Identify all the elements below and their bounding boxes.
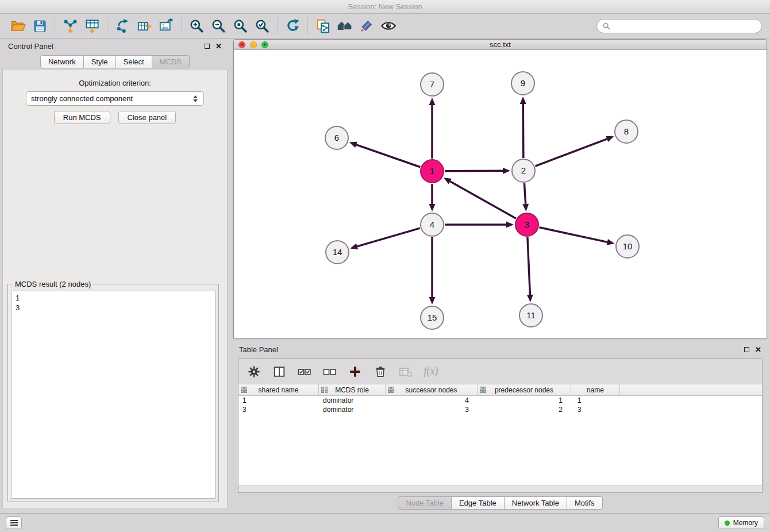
graph-node-6[interactable]: 6: [325, 126, 348, 149]
tab-motifs[interactable]: Motifs: [567, 496, 603, 510]
graph-node-11[interactable]: 11: [519, 304, 542, 327]
column-header-mcds-role[interactable]: MCDS role: [319, 384, 386, 395]
close-panel-icon[interactable]: ✕: [215, 43, 222, 50]
export-image-button[interactable]: [155, 16, 177, 36]
zoom-in-button[interactable]: [186, 16, 207, 36]
table-row[interactable]: 3 dominator 3 2 3: [238, 405, 762, 414]
fx-icon: f(x): [424, 365, 438, 377]
tab-node-table[interactable]: Node Table: [398, 496, 452, 510]
column-header-predecessor-nodes[interactable]: predecessor nodes: [478, 384, 571, 395]
control-panel-header: Control Panel ✕: [2, 39, 228, 53]
network-canvas[interactable]: 7968124314101511: [234, 50, 767, 338]
graph-node-label: 15: [428, 313, 437, 322]
open-session-button[interactable]: [7, 16, 29, 36]
function-builder-button[interactable]: f(x): [424, 364, 438, 379]
graph-edge-2-9[interactable]: [523, 104, 523, 158]
save-session-button[interactable]: [29, 16, 51, 36]
export-network-button[interactable]: [111, 16, 133, 36]
show-graphics-details-button[interactable]: [378, 16, 399, 36]
table-panel-title: Table Panel: [233, 345, 278, 354]
table-horizontal-scrollbar[interactable]: [238, 485, 762, 492]
export-table-button[interactable]: [133, 16, 155, 36]
graph-node-4[interactable]: 4: [421, 213, 444, 236]
network-canvas-svg: 7968124314101511: [234, 50, 767, 338]
graph-edge-3-11[interactable]: [528, 237, 530, 295]
graph-node-3[interactable]: 3: [515, 213, 538, 236]
graph-node-15[interactable]: 15: [421, 306, 444, 329]
close-window-icon[interactable]: ✕: [238, 41, 245, 48]
table-settings-button[interactable]: [247, 364, 261, 379]
cell-shared-name[interactable]: 1: [238, 396, 319, 405]
apply-style-button[interactable]: [356, 16, 378, 36]
maximize-window-icon[interactable]: +: [261, 41, 268, 48]
graph-edge-2-8[interactable]: [536, 139, 607, 166]
cell-name[interactable]: 3: [571, 405, 620, 414]
close-table-panel-icon[interactable]: ✕: [755, 346, 761, 353]
tab-network-table[interactable]: Network Table: [505, 496, 567, 510]
toolbar-search[interactable]: [596, 19, 762, 33]
tab-network[interactable]: Network: [40, 55, 84, 68]
graph-node-1[interactable]: 1: [421, 160, 444, 183]
cell-predecessor-nodes[interactable]: 2: [478, 405, 571, 414]
float-table-panel-icon[interactable]: [744, 347, 749, 352]
optimization-criterion-select[interactable]: strongly connected component: [26, 91, 204, 106]
select-all-columns-button[interactable]: [297, 364, 312, 379]
apply-layout-button[interactable]: [282, 16, 303, 36]
unselect-all-columns-button[interactable]: [322, 364, 337, 379]
cell-successor-nodes[interactable]: 3: [386, 405, 478, 414]
graph-node-10[interactable]: 10: [616, 235, 639, 258]
cell-successor-nodes[interactable]: 4: [386, 396, 478, 405]
table-body[interactable]: 1 dominator 4 1 1 3 dominator 3 2 3: [238, 396, 762, 485]
graph-edge-3-10[interactable]: [539, 228, 607, 242]
network-window-titlebar[interactable]: ✕ – + scc.txt: [234, 40, 767, 50]
tab-mcds[interactable]: MCDS: [152, 55, 190, 68]
network-overview-button[interactable]: [334, 16, 356, 36]
table-row[interactable]: 1 dominator 4 1 1: [238, 396, 762, 405]
minimize-window-icon[interactable]: –: [250, 41, 257, 48]
add-column-button[interactable]: [348, 364, 363, 379]
cell-name[interactable]: 1: [571, 396, 620, 405]
graph-edge-4-14[interactable]: [357, 228, 420, 246]
delete-table-button[interactable]: [398, 364, 413, 379]
graph-node-2[interactable]: 2: [512, 159, 535, 182]
graph-edge-3-1[interactable]: [450, 182, 515, 219]
zoom-fit-button[interactable]: [229, 16, 251, 36]
column-header-name[interactable]: name: [571, 384, 620, 395]
column-header-shared-name[interactable]: shared name: [238, 384, 319, 395]
graph-edge-1-2[interactable]: [445, 171, 503, 171]
run-mcds-button[interactable]: Run MCDS: [54, 111, 110, 124]
show-panels-button[interactable]: [6, 516, 22, 529]
tab-style[interactable]: Style: [84, 55, 116, 68]
graph-node-label: 10: [623, 241, 633, 251]
graph-edge-1-6[interactable]: [356, 145, 420, 167]
zoom-selected-button[interactable]: [251, 16, 273, 36]
clone-network-button[interactable]: [312, 16, 334, 36]
import-table-button[interactable]: [81, 16, 103, 36]
graph-node-9[interactable]: 9: [511, 72, 534, 95]
column-header-successor-nodes[interactable]: successor nodes: [386, 384, 478, 395]
zoom-out-button[interactable]: [207, 16, 229, 36]
graph-node-14[interactable]: 14: [326, 241, 349, 264]
memory-button[interactable]: Memory: [718, 516, 764, 529]
cell-predecessor-nodes[interactable]: 1: [478, 396, 571, 405]
graph-node-7[interactable]: 7: [421, 73, 444, 96]
graph-edge-arrow-2-9: [520, 97, 526, 104]
show-columns-button[interactable]: [272, 364, 287, 379]
close-panel-button[interactable]: Close panel: [118, 111, 176, 124]
application-window: Session: New Session: [0, 0, 770, 532]
cell-mcds-role[interactable]: dominator: [319, 396, 386, 405]
cell-shared-name[interactable]: 3: [238, 405, 319, 414]
float-panel-icon[interactable]: [205, 44, 210, 49]
window-titlebar: Session: New Session: [0, 0, 770, 14]
tab-select[interactable]: Select: [116, 55, 152, 68]
graph-edge-2-3[interactable]: [524, 183, 525, 204]
toolbar-separator: [107, 18, 107, 34]
tab-edge-table[interactable]: Edge Table: [452, 496, 505, 510]
import-network-button[interactable]: [59, 16, 81, 36]
export-image-icon: [159, 18, 174, 34]
mcds-result-text[interactable]: 1 3: [11, 291, 215, 499]
delete-columns-button[interactable]: [373, 364, 388, 379]
graph-node-8[interactable]: 8: [615, 120, 638, 143]
search-input[interactable]: [614, 22, 756, 30]
cell-mcds-role[interactable]: dominator: [319, 405, 386, 414]
